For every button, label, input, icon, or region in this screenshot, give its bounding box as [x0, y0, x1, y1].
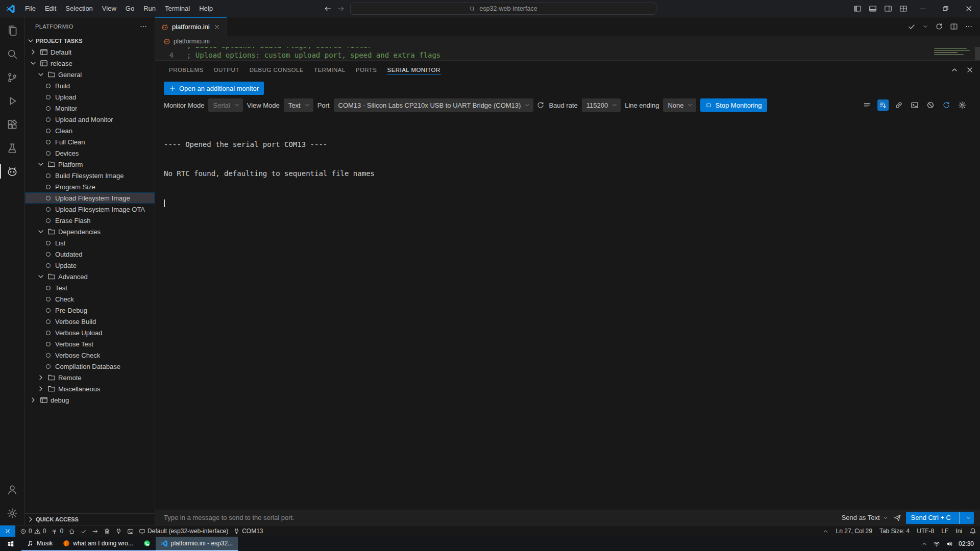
taskbar-item-platformio-ini-esp32[interactable]: platformio.ini - esp32... — [156, 537, 238, 551]
taskbar-item-musik[interactable]: Musik — [21, 537, 58, 551]
menu-edit[interactable]: Edit — [40, 0, 61, 17]
taskbar-item-whatsapp[interactable] — [138, 537, 156, 551]
activitybar-run-and-debug[interactable] — [0, 89, 24, 113]
menu-view[interactable]: View — [97, 0, 121, 17]
tree-item-full-clean[interactable]: Full Clean — [25, 136, 155, 147]
pio-env-selector[interactable]: Default (esp32-web-interface) — [136, 525, 231, 537]
editor-scrollbar[interactable] — [975, 47, 980, 60]
tree-item-monitor[interactable]: Monitor — [25, 103, 155, 114]
link-port-button[interactable] — [893, 99, 904, 111]
tree-item-update[interactable]: Update — [25, 260, 155, 271]
activitybar-manage[interactable] — [0, 502, 24, 525]
minimize-button[interactable] — [911, 0, 934, 17]
clear-output-button[interactable] — [925, 99, 936, 111]
tree-item-build-filesystem-image[interactable]: Build Filesystem Image — [25, 170, 155, 181]
line-ending-select[interactable]: None — [663, 98, 696, 112]
clock[interactable]: 02:30 — [959, 540, 974, 547]
activitybar-platformio[interactable] — [0, 160, 24, 183]
baud-rate-select[interactable]: 115200 — [582, 98, 621, 112]
minimap[interactable] — [934, 48, 972, 55]
run-task-check-icon[interactable] — [908, 22, 916, 31]
sync-icon[interactable] — [935, 22, 943, 31]
activitybar-testing[interactable] — [0, 136, 24, 160]
tree-item-general[interactable]: General — [25, 69, 155, 80]
pio-terminal-button[interactable] — [125, 525, 136, 537]
tree-item-advanced[interactable]: Advanced — [25, 271, 155, 282]
menu-help[interactable]: Help — [194, 0, 217, 17]
serial-output[interactable]: ---- Opened the serial port COM13 ---- N… — [155, 115, 980, 510]
notifications-bell[interactable] — [966, 525, 980, 537]
more-actions-icon[interactable] — [139, 22, 148, 31]
start-button[interactable] — [0, 537, 21, 551]
section-project-tasks[interactable]: PROJECT TASKS — [25, 35, 155, 46]
panel-tab-ports[interactable]: PORTS — [351, 61, 382, 79]
send-ctrl-c-button[interactable]: Send Ctrl + C — [906, 512, 974, 524]
problems-status[interactable]: 0 0 — [17, 525, 48, 537]
encoding-status[interactable]: UTF-8 — [913, 525, 938, 537]
menu-terminal[interactable]: Terminal — [160, 0, 194, 17]
network-icon[interactable] — [933, 540, 940, 547]
tray-chevron-icon[interactable] — [921, 541, 927, 547]
monitor-settings-button[interactable] — [957, 99, 968, 111]
refresh-ports-icon[interactable] — [536, 101, 545, 109]
section-quick-access[interactable]: QUICK ACCESS — [25, 513, 155, 525]
tree-item-dependencies[interactable]: Dependencies — [25, 226, 155, 237]
open-additional-monitor-button[interactable]: Open an additional monitor — [164, 82, 264, 95]
indentation-status[interactable]: Tab Size: 4 — [876, 525, 913, 537]
tree-item-platform[interactable]: Platform — [25, 159, 155, 170]
tree-item-verbose-test[interactable]: Verbose Test — [25, 338, 155, 349]
toggle-autoscroll-button[interactable] — [877, 99, 889, 111]
tree-item-upload-filesystem-image[interactable]: Upload Filesystem Image — [25, 192, 155, 204]
language-mode-status[interactable]: Ini — [952, 525, 966, 537]
forwarded-ports-status[interactable]: 0 — [48, 525, 66, 537]
send-as-text-select[interactable]: Send as Text — [842, 514, 889, 521]
tree-item-remote[interactable]: Remote — [25, 372, 155, 383]
tree-item-outdated[interactable]: Outdated — [25, 248, 155, 260]
tree-item-program-size[interactable]: Program Size — [25, 181, 155, 192]
remote-indicator[interactable] — [0, 525, 15, 537]
editor-code-strip[interactable]: ; Build options: build flags, source fil… — [155, 47, 980, 60]
pio-clean-button[interactable] — [101, 525, 113, 537]
tree-item-clean[interactable]: Clean — [25, 125, 155, 136]
menu-go[interactable]: Go — [121, 0, 139, 17]
output-options-button[interactable] — [862, 99, 873, 111]
status-chevron[interactable] — [819, 525, 832, 537]
monitor-mode-select[interactable]: Serial — [208, 98, 242, 112]
view-mode-select[interactable]: Text — [284, 98, 313, 112]
stop-monitoring-button[interactable]: Stop Monitoring — [700, 98, 767, 112]
tree-item-erase-flash[interactable]: Erase Flash — [25, 215, 155, 226]
tree-item-list[interactable]: List — [25, 237, 155, 248]
activitybar-source-control[interactable] — [0, 66, 24, 89]
tree-item-build[interactable]: Build — [25, 80, 155, 91]
tree-item-devices[interactable]: Devices — [25, 147, 155, 159]
command-center[interactable]: esp32-web-interface — [350, 3, 656, 15]
tree-item-verbose-build[interactable]: Verbose Build — [25, 316, 155, 327]
panel-tab-output[interactable]: OUTPUT — [209, 61, 244, 79]
breadcrumb[interactable]: platformio.ini — [155, 36, 980, 47]
toggle-secondary-sidebar-icon[interactable] — [884, 5, 892, 13]
panel-tab-terminal[interactable]: TERMINAL — [309, 61, 351, 79]
close-tab-icon[interactable] — [213, 23, 220, 31]
tree-item-upload-filesystem-image-ota[interactable]: Upload Filesystem Image OTA — [25, 204, 155, 215]
menu-selection[interactable]: Selection — [61, 0, 97, 17]
toggle-panel-icon[interactable] — [869, 5, 877, 13]
cursor-position-status[interactable]: Ln 27, Col 29 — [832, 525, 876, 537]
tree-item-miscellaneous[interactable]: Miscellaneous — [25, 383, 155, 394]
maximize-panel-icon[interactable] — [950, 66, 959, 74]
pio-home-button[interactable] — [66, 525, 78, 537]
go-back-icon[interactable] — [324, 5, 332, 13]
tree-item-check[interactable]: Check — [25, 293, 155, 305]
eol-status[interactable]: LF — [938, 525, 952, 537]
close-panel-icon[interactable] — [966, 66, 974, 74]
tree-item-pre-debug[interactable]: Pre-Debug — [25, 305, 155, 316]
serial-port-indicator[interactable]: COM13 — [231, 525, 265, 537]
volume-icon[interactable] — [946, 540, 953, 547]
terminal-mode-button[interactable] — [909, 99, 920, 111]
taskbar-item-what-am-i-doing-wro[interactable]: what am I doing wro... — [58, 537, 138, 551]
tree-item-compilation-database[interactable]: Compilation Database — [25, 361, 155, 372]
menu-file[interactable]: File — [20, 0, 40, 17]
restore-button[interactable] — [934, 0, 957, 17]
menu-run[interactable]: Run — [139, 0, 160, 17]
port-select[interactable]: COM13 - Silicon Labs CP210x USB to UART … — [334, 98, 534, 112]
serial-message-input[interactable]: Type in a message to send to the serial … — [164, 514, 837, 521]
